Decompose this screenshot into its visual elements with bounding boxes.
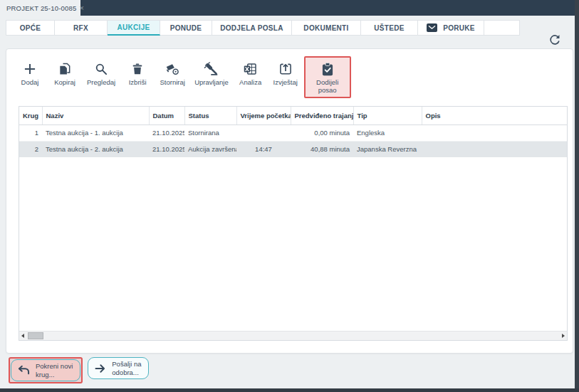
close-icon[interactable]: ×	[79, 4, 84, 12]
table-cell	[422, 141, 567, 157]
toolbar-button-kopiraj[interactable]: Kopiraj	[48, 56, 81, 90]
report-icon	[278, 61, 293, 77]
auctions-grid: KrugNazivDatumStatusVrijeme početkaPredv…	[19, 107, 567, 157]
tab-u-tede[interactable]: UŠTEDE	[361, 20, 418, 36]
scrollbar-thumb[interactable]	[28, 332, 43, 339]
table-cell: 40,88 minuta	[291, 141, 353, 157]
window-edge-bottom	[0, 388, 579, 392]
toolbar-button-dodijeli-posao[interactable]: Dodijeli posao	[304, 56, 351, 98]
window-tab-bar: PROJEKT 25-10-0085 ×	[0, 0, 579, 16]
toolbar-button-label: Analiza	[239, 79, 261, 87]
cancel-stamp-icon	[165, 61, 180, 77]
table-cell: 21.10.2025	[149, 141, 184, 157]
column-header-vrijeme-po-etka[interactable]: Vrijeme početka	[236, 107, 291, 125]
column-header-predvi-eno-trajanje[interactable]: Predviđeno trajanje	[291, 107, 353, 125]
toolbar-button-storniraj[interactable]: Storniraj	[156, 56, 189, 90]
excel-icon	[243, 61, 258, 77]
table-header-row: KrugNazivDatumStatusVrijeme početkaPredv…	[19, 107, 567, 125]
tab-op-e[interactable]: OPĆE	[6, 20, 55, 36]
toolbar-button-pregledaj[interactable]: Pregledaj	[83, 56, 119, 90]
column-header-tip[interactable]: Tip	[353, 107, 422, 125]
table-row[interactable]: 2Testna aukcija - 2. aukcija21.10.2025Au…	[19, 141, 567, 157]
table-cell: 2	[19, 141, 42, 157]
column-header-datum[interactable]: Datum	[149, 107, 184, 125]
toolbar: DodajKopirajPregledajIzbrišiStornirajUpr…	[14, 56, 351, 98]
scroll-right-arrow-icon[interactable]	[560, 332, 567, 340]
table-row[interactable]: 1Testna aukcija - 1. aukcija21.10.2025St…	[19, 125, 567, 141]
tab-label: DOKUMENTI	[303, 24, 348, 32]
tab-label: AUKCIJE	[118, 23, 150, 31]
toolbar-button-izvje-taj[interactable]: Izvještaj	[269, 56, 302, 90]
table-cell: Engleska	[353, 125, 422, 141]
table-cell: 1	[19, 125, 42, 141]
table-cell: Stornirana	[184, 125, 236, 141]
toolbar-button-izbri-i[interactable]: Izbriši	[121, 56, 154, 90]
column-header-opis[interactable]: Opis	[422, 107, 567, 125]
app-window: PROJEKT 25-10-0085 × OPĆERFXAUKCIJEPONUD…	[0, 0, 579, 392]
toolbar-button-label: Kopiraj	[54, 79, 75, 87]
tab-label: PORUKE	[443, 24, 475, 32]
toolbar-button-label: Pregledaj	[87, 79, 115, 87]
button-pokreni-novi[interactable]: Pokreni novikrug...	[11, 359, 80, 381]
footer-buttons: Pokreni novikrug...Pošalji naodobra...	[9, 357, 149, 383]
window-edge-right	[575, 0, 579, 392]
plus-icon	[23, 61, 37, 77]
highlight-box: Pokreni novikrug...	[9, 357, 83, 383]
scroll-left-arrow-icon[interactable]	[19, 332, 26, 340]
tab-poruke[interactable]: PORUKE	[418, 20, 484, 36]
table-cell	[422, 125, 567, 141]
toolbar-button-upravljanje[interactable]: Upravljanje	[191, 56, 232, 90]
table-cell: 0,00 minuta	[291, 125, 353, 141]
toolbar-button-label: Izvještaj	[273, 79, 298, 87]
gavel-icon	[204, 61, 219, 77]
arrow-right-icon	[94, 363, 107, 374]
section-tabs: OPĆERFXAUKCIJEPONUDEDODJELA POSLADOKUMEN…	[6, 20, 520, 36]
tab-strip-end	[484, 20, 520, 36]
project-tab-title: PROJEKT 25-10-0085	[6, 4, 76, 12]
tab-label: DODJELA POSLA	[220, 24, 283, 32]
table-cell: Aukcija završena	[184, 141, 236, 157]
tab-label: RFX	[73, 24, 88, 32]
toolbar-button-label: Storniraj	[160, 79, 184, 87]
horizontal-scrollbar[interactable]	[19, 331, 567, 340]
auctions-table: KrugNazivDatumStatusVrijeme početkaPredv…	[19, 106, 568, 341]
toolbar-button-label: Izbriši	[129, 79, 147, 87]
table-cell: Japanska Reverzna	[353, 141, 422, 157]
table-cell	[236, 125, 291, 141]
button-label: Pošalji naodobra...	[112, 360, 141, 376]
trash-icon	[131, 61, 144, 77]
undo-arrow-icon	[17, 364, 31, 376]
column-header-naziv[interactable]: Naziv	[42, 107, 149, 125]
tab-label: OPĆE	[20, 24, 41, 32]
toolbar-button-label: Dodijeli posao	[308, 79, 348, 95]
envelope-icon	[427, 23, 437, 32]
copy-icon	[58, 61, 72, 77]
tab-dodjela-posla[interactable]: DODJELA POSLA	[212, 20, 292, 36]
toolbar-button-label: Upravljanje	[194, 79, 229, 87]
tab-label: UŠTEDE	[374, 24, 404, 32]
main-panel: DodajKopirajPregledajIzbrišiStornirajUpr…	[6, 48, 573, 354]
tab-aukcije[interactable]: AUKCIJE	[108, 20, 160, 36]
table-cell: 14:47	[236, 141, 291, 157]
tab-ponude[interactable]: PONUDE	[160, 20, 212, 36]
table-cell: 21.10.2025	[149, 125, 184, 141]
button-po-alji-na[interactable]: Pošalji naodobra...	[88, 357, 149, 379]
refresh-icon	[548, 33, 561, 46]
project-tab[interactable]: PROJEKT 25-10-0085 ×	[0, 0, 80, 16]
column-header-status[interactable]: Status	[184, 107, 236, 125]
tab-label: PONUDE	[170, 24, 202, 32]
tab-dokumenti[interactable]: DOKUMENTI	[292, 20, 361, 36]
refresh-button[interactable]	[548, 33, 563, 48]
toolbar-button-dodaj[interactable]: Dodaj	[14, 56, 46, 90]
column-header-krug[interactable]: Krug	[19, 107, 42, 125]
table-cell: Testna aukcija - 2. aukcija	[42, 141, 149, 157]
search-icon	[94, 61, 108, 77]
toolbar-button-analiza[interactable]: Analiza	[234, 56, 267, 90]
table-cell: Testna aukcija - 1. aukcija	[42, 125, 149, 141]
tab-rfx[interactable]: RFX	[55, 20, 108, 36]
clipboard-check-icon	[320, 61, 335, 77]
button-label: Pokreni novikrug...	[36, 362, 73, 378]
toolbar-button-label: Dodaj	[21, 79, 39, 87]
